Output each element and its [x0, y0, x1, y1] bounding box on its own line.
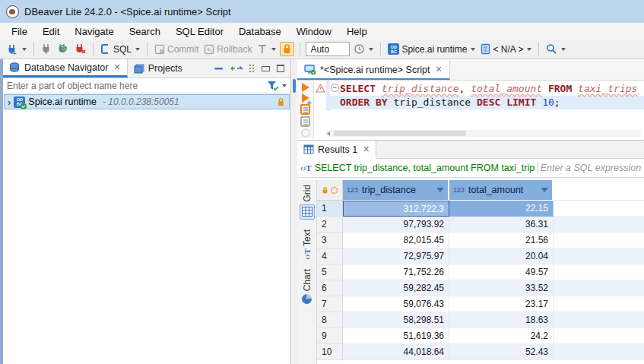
row-number-cell[interactable]: 8 — [317, 312, 343, 328]
row-number-cell[interactable]: 1 — [317, 201, 343, 217]
table-row[interactable]: 382,015.4521.56 — [317, 233, 644, 248]
row-number-cell[interactable]: 6 — [317, 280, 343, 296]
menu-navigate[interactable]: Navigate — [67, 24, 121, 39]
sash-grip[interactable] — [293, 79, 296, 93]
row-number-cell[interactable]: 10 — [317, 344, 343, 360]
row-number-cell[interactable]: 9 — [317, 328, 343, 344]
editor-horizontal-scrollbar[interactable] — [326, 130, 641, 137]
collapse-all-icon[interactable] — [214, 66, 224, 71]
commit-button[interactable]: Commit — [153, 43, 200, 56]
table-row[interactable]: 759,076.4323.17 — [317, 296, 644, 312]
tab-chart-view[interactable]: Chart — [302, 269, 312, 303]
menu-database[interactable]: Database — [231, 24, 289, 39]
cell-trip-distance[interactable]: 72,975.97 — [343, 248, 449, 264]
maximize-icon[interactable] — [277, 65, 284, 72]
scrollbar-thumb[interactable] — [334, 131, 466, 136]
more-actions-icon[interactable] — [301, 128, 310, 138]
cell-trip-distance[interactable]: 59,282.45 — [343, 280, 449, 296]
tab-projects[interactable]: Projects — [128, 59, 189, 78]
table-row[interactable]: 659,282.4533.52 — [317, 280, 644, 296]
execute-script-icon[interactable] — [300, 104, 310, 115]
execute-new-tab-icon[interactable] — [302, 93, 309, 103]
execute-statement-icon[interactable] — [302, 83, 309, 92]
close-icon[interactable]: ✕ — [436, 65, 443, 74]
cell-trip-distance[interactable]: 44,018.64 — [343, 344, 449, 360]
history-button[interactable] — [352, 42, 375, 56]
close-icon[interactable]: ✕ — [363, 144, 370, 154]
rollback-button[interactable]: Rollback — [202, 43, 253, 56]
cell-trip-distance[interactable]: 82,015.45 — [343, 233, 449, 248]
tab-sql-script[interactable]: *<Spice.ai runtime> Script ✕ — [297, 61, 450, 80]
caret-icon[interactable] — [282, 84, 287, 87]
menu-help[interactable]: Help — [339, 24, 375, 39]
table-row[interactable]: 951,619.3624.2 — [317, 328, 644, 344]
column-header-total-amount[interactable]: 123 total_amount — [449, 180, 554, 201]
sql-editor[interactable]: − SELECT trip_distance, total_amount FRO… — [297, 81, 644, 138]
reconnect-button[interactable] — [56, 42, 71, 56]
cell-total-amount[interactable]: 21.56 — [449, 233, 554, 248]
panel-sash[interactable] — [291, 59, 297, 364]
connect-button[interactable] — [40, 42, 53, 56]
menu-edit[interactable]: Edit — [35, 24, 67, 39]
view-menu-icon[interactable] — [249, 65, 255, 73]
row-number-cell[interactable]: 4 — [317, 248, 343, 264]
grid-corner-cell[interactable] — [317, 180, 343, 201]
new-connection-button[interactable]: + — [5, 42, 28, 57]
row-number-cell[interactable]: 2 — [317, 217, 343, 233]
disconnect-button[interactable] — [73, 42, 87, 56]
active-database-selector[interactable]: < N/A > — [479, 42, 533, 56]
explain-plan-icon[interactable] — [300, 116, 310, 127]
tab-database-navigator[interactable]: Database Navigator ✕ — [3, 59, 128, 78]
sql-editor-button[interactable]: SQL — [99, 42, 141, 56]
fold-collapse-icon[interactable]: − — [331, 84, 339, 92]
sort-desc-icon[interactable] — [436, 188, 444, 192]
link-with-editor-icon[interactable] — [230, 65, 243, 72]
search-button[interactable] — [544, 42, 567, 56]
cell-trip-distance[interactable]: 71,752.26 — [343, 264, 449, 280]
cell-total-amount[interactable]: 36.31 — [449, 217, 554, 233]
menu-sql-editor[interactable]: SQL Editor — [168, 24, 231, 39]
filter-expression-input[interactable] — [541, 163, 644, 173]
table-row[interactable]: 571,752.2649.57 — [317, 264, 644, 280]
sql-line[interactable]: ORDER BY trip_distance DESC LIMIT 10; — [340, 96, 644, 109]
row-number-cell[interactable]: 7 — [317, 296, 343, 312]
cell-trip-distance[interactable]: 58,298.51 — [343, 312, 449, 328]
table-row[interactable]: 858,298.5118.63 — [317, 312, 644, 328]
minimize-icon[interactable] — [262, 66, 270, 71]
row-number-cell[interactable]: 5 — [317, 264, 343, 280]
active-connection-selector[interactable]: ODBC Spice.ai runtime — [386, 42, 477, 56]
cell-trip-distance[interactable]: 312,722.3 — [343, 201, 449, 217]
close-icon[interactable]: ✕ — [113, 62, 120, 72]
table-row[interactable]: 1044,018.6452.43 — [317, 344, 644, 360]
cell-trip-distance[interactable]: 97,793.92 — [343, 217, 449, 233]
table-row[interactable]: 297,793.9236.31 — [317, 217, 644, 233]
row-number-cell[interactable]: 3 — [317, 233, 343, 248]
code-area[interactable]: SELECT trip_distance, total_amount FROM … — [340, 82, 644, 109]
sql-line[interactable]: SELECT trip_distance, total_amount FROM … — [340, 82, 644, 96]
sort-desc-icon[interactable] — [541, 188, 548, 192]
cell-total-amount[interactable]: 18.63 — [449, 312, 554, 328]
table-row[interactable]: 472,975.9720.04 — [317, 248, 644, 264]
menu-file[interactable]: File — [4, 24, 35, 39]
column-header-trip-distance[interactable]: 123 trip_distance — [343, 180, 449, 201]
cell-total-amount[interactable]: 49.57 — [449, 264, 554, 280]
cell-trip-distance[interactable]: 59,076.43 — [343, 296, 449, 312]
cell-total-amount[interactable]: 24.2 — [449, 328, 554, 344]
commit-mode-combobox[interactable]: Auto — [306, 42, 350, 56]
tab-text-view[interactable]: Text ‹›T — [302, 229, 312, 260]
chevron-right-icon[interactable]: › — [8, 97, 11, 107]
object-filter-input[interactable] — [3, 78, 267, 93]
cell-total-amount[interactable]: 33.52 — [449, 280, 554, 296]
cell-total-amount[interactable]: 52.43 — [449, 344, 554, 360]
scroll-left-arrow-icon[interactable] — [327, 131, 330, 136]
menu-window[interactable]: Window — [289, 24, 339, 39]
cell-total-amount[interactable]: 20.04 — [449, 248, 554, 264]
cell-trip-distance[interactable]: 51,619.36 — [343, 328, 449, 344]
transaction-log-button[interactable] — [255, 43, 278, 56]
tab-results-1[interactable]: Results 1 ✕ — [297, 141, 376, 159]
tab-grid-view[interactable]: Grid — [300, 185, 315, 220]
autocommit-toggle[interactable] — [280, 42, 294, 56]
tree-item-connection[interactable]: › ODBC Spice.ai runtime - 10.0.0.238:500… — [4, 94, 290, 109]
cell-total-amount[interactable]: 22.15 — [449, 201, 554, 217]
cell-total-amount[interactable]: 23.17 — [449, 296, 554, 312]
